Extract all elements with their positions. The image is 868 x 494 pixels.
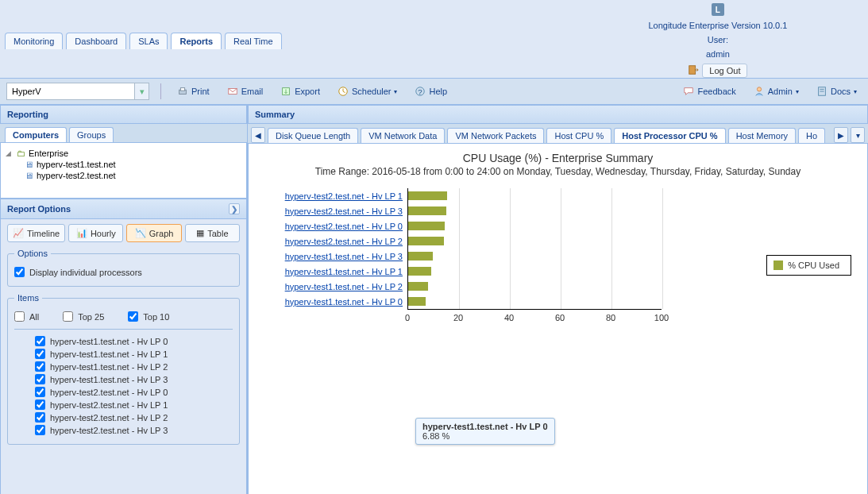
item-checkbox[interactable]: hyperv-test2.test.net - Hv LP 2 xyxy=(14,412,233,423)
nav-tab-dashboard[interactable]: Dashboard xyxy=(66,33,126,49)
docs-button[interactable]: Docs▾ xyxy=(812,83,862,99)
user-prefix: User: xyxy=(708,35,728,44)
svg-rect-2 xyxy=(180,88,184,91)
nav-tab-real-time[interactable]: Real Time xyxy=(225,33,282,49)
tab-scroll-left[interactable]: ◀ xyxy=(251,127,265,143)
items-fieldset: Items AllTop 25Top 10 hyperv-test1.test.… xyxy=(7,293,240,445)
user-name: admin xyxy=(706,49,730,59)
chevron-down-icon[interactable]: ▾ xyxy=(134,83,149,99)
view-timeline-button[interactable]: 📈Timeline xyxy=(7,224,65,242)
axis-tick: 20 xyxy=(453,313,463,322)
table-icon: ▦ xyxy=(196,228,204,238)
logout-button[interactable]: Log Out xyxy=(702,64,747,78)
clock-icon xyxy=(338,86,349,97)
item-checkbox[interactable]: hyperv-test1.test.net - Hv LP 1 xyxy=(14,349,233,359)
admin-button[interactable]: Admin▾ xyxy=(749,83,804,99)
item-checkbox[interactable]: hyperv-test2.test.net - Hv LP 3 xyxy=(14,425,233,435)
view-hourly-button[interactable]: 📊Hourly xyxy=(68,224,123,242)
svg-point-8 xyxy=(757,87,761,91)
graph-icon: 📉 xyxy=(135,228,146,238)
reporting-header: Reporting xyxy=(0,105,247,124)
email-button[interactable]: Email xyxy=(222,83,268,99)
nav-tab-monitoring[interactable]: Monitoring xyxy=(5,33,63,49)
chart-category-label[interactable]: hyperv-test1.test.net - Hv LP 3 xyxy=(264,252,407,261)
view-table-button[interactable]: ▦Table xyxy=(185,224,240,242)
export-icon xyxy=(280,86,291,97)
chart-category-label[interactable]: hyperv-test1.test.net - Hv LP 0 xyxy=(264,297,407,307)
tree-node[interactable]: 🖥hyperv-test1.test.net xyxy=(4,159,243,170)
item-checkbox[interactable]: hyperv-test1.test.net - Hv LP 0 xyxy=(14,336,233,346)
toolbar: ▾ Print Email Export Scheduler▾ ? Help F… xyxy=(0,79,868,105)
report-select-input[interactable] xyxy=(7,84,134,98)
item-checkbox[interactable]: hyperv-test2.test.net - Hv LP 0 xyxy=(14,387,233,397)
svg-rect-0 xyxy=(689,66,696,75)
filter-all[interactable]: All xyxy=(14,311,39,322)
summary-tab[interactable]: VM Network Data xyxy=(361,128,445,143)
app-version: Longitude Enterprise Version 10.0.1 xyxy=(648,21,787,30)
chart-bar[interactable] xyxy=(408,297,426,306)
chart-category-label[interactable]: hyperv-test1.test.net - Hv LP 1 xyxy=(264,267,407,276)
chart-category-label[interactable]: hyperv-test2.test.net - Hv LP 1 xyxy=(264,191,407,201)
chart-bar[interactable] xyxy=(408,206,446,215)
tab-menu-icon[interactable]: ▾ xyxy=(851,127,865,143)
export-button[interactable]: Export xyxy=(276,83,325,99)
user-icon xyxy=(754,86,765,97)
nav-tab-reports[interactable]: Reports xyxy=(171,33,222,49)
chart-category-label[interactable]: hyperv-test2.test.net - Hv LP 3 xyxy=(264,206,407,216)
summary-tab[interactable]: Ho xyxy=(798,128,825,143)
chart-bar[interactable] xyxy=(408,222,445,230)
chart-category-label[interactable]: hyperv-test1.test.net - Hv LP 2 xyxy=(264,282,407,291)
summary-tab[interactable]: Host Processor CPU % xyxy=(614,128,725,143)
scheduler-button[interactable]: Scheduler▾ xyxy=(333,83,403,99)
folder-icon: 🗀 xyxy=(17,149,25,158)
chart-bar[interactable] xyxy=(408,237,444,245)
tab-scroll-right[interactable]: ▶ xyxy=(834,127,848,143)
computer-tree: ◢ 🗀 Enterprise 🖥hyperv-test1.test.net🖥hy… xyxy=(0,143,247,199)
server-icon: 🖥 xyxy=(25,171,33,180)
options-legend: Options xyxy=(14,249,51,258)
chart-category-label[interactable]: hyperv-test2.test.net - Hv LP 2 xyxy=(264,237,407,246)
axis-tick: 40 xyxy=(504,313,514,322)
hourly-icon: 📊 xyxy=(76,228,87,238)
axis-tick: 0 xyxy=(405,313,410,322)
subtab-computers[interactable]: Computers xyxy=(5,127,67,142)
feedback-button[interactable]: Feedback xyxy=(678,83,740,99)
collapse-panel-icon[interactable]: ❯ xyxy=(229,203,240,214)
summary-tab[interactable]: Disk Queue Length xyxy=(268,128,358,143)
print-button[interactable]: Print xyxy=(172,83,214,99)
view-graph-button[interactable]: 📉Graph xyxy=(126,224,181,242)
item-checkbox[interactable]: hyperv-test1.test.net - Hv LP 2 xyxy=(14,361,233,372)
chart-category-label[interactable]: hyperv-test2.test.net - Hv LP 0 xyxy=(264,222,407,231)
subtab-groups[interactable]: Groups xyxy=(69,127,114,142)
chart-subtitle: Time Range: 2016-05-18 from 0:00 to 24:0… xyxy=(257,166,859,177)
envelope-icon xyxy=(227,86,238,97)
filter-top-10[interactable]: Top 10 xyxy=(128,311,169,322)
summary-tab[interactable]: Host Memory xyxy=(728,128,796,143)
chart-bar[interactable] xyxy=(408,252,433,261)
legend-label: % CPU Used xyxy=(788,261,839,270)
server-icon: 🖥 xyxy=(25,160,33,169)
timeline-icon: 📈 xyxy=(13,228,24,238)
summary-tab[interactable]: Host CPU % xyxy=(546,128,611,143)
chart-track xyxy=(407,203,662,218)
chart-bar[interactable] xyxy=(408,267,431,276)
collapse-icon[interactable]: ◢ xyxy=(6,149,14,157)
options-fieldset: Options Display individual processors xyxy=(7,249,240,287)
book-icon xyxy=(816,86,827,97)
report-select[interactable]: ▾ xyxy=(6,83,149,100)
nav-tab-slas[interactable]: SLAs xyxy=(129,33,168,49)
chart-track xyxy=(407,249,662,264)
chart-track xyxy=(407,218,662,233)
display-individual-checkbox[interactable]: Display individual processors xyxy=(14,267,233,277)
chart-title: CPU Usage (%) - Enterprise Summary xyxy=(257,152,859,164)
item-checkbox[interactable]: hyperv-test1.test.net - Hv LP 3 xyxy=(14,374,233,384)
report-options-header[interactable]: Report Options ❯ xyxy=(0,199,247,219)
help-button[interactable]: ? Help xyxy=(410,83,452,99)
summary-tab[interactable]: VM Network Packets xyxy=(447,128,544,143)
filter-top-25[interactable]: Top 25 xyxy=(63,311,104,322)
tree-root[interactable]: ◢ 🗀 Enterprise xyxy=(4,148,243,159)
chart-bar[interactable] xyxy=(408,191,447,200)
chart-bar[interactable] xyxy=(408,282,428,291)
tree-node[interactable]: 🖥hyperv-test2.test.net xyxy=(4,170,243,181)
item-checkbox[interactable]: hyperv-test2.test.net - Hv LP 1 xyxy=(14,399,233,410)
